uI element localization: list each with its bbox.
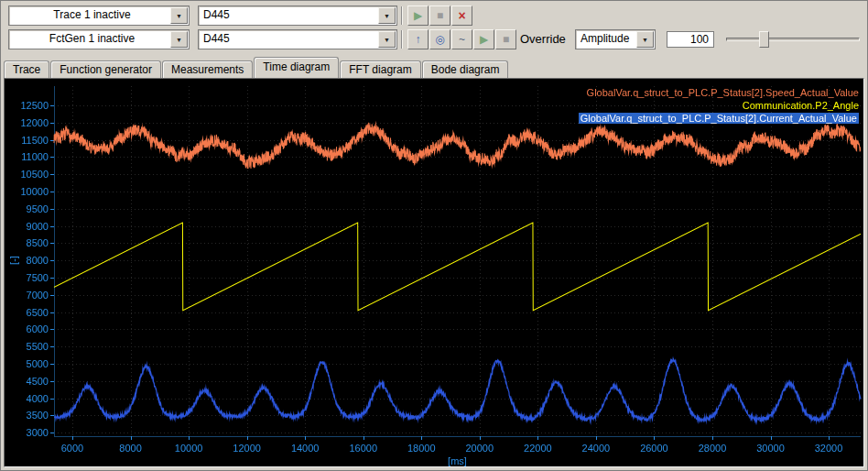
x-axis-unit: [ms] <box>435 455 481 466</box>
app-window: Trace 1 inactive ▼ D445 ▼ FctGen 1 inact… <box>0 0 868 471</box>
trace-device-combo[interactable]: D445 ▼ <box>198 5 397 26</box>
override-slider-track[interactable] <box>726 38 860 41</box>
tab-function-generator[interactable]: Function generator <box>50 60 161 78</box>
legend: GlobalVar.q_struct_to_PLC.P_Status[2].Sp… <box>579 87 859 126</box>
override-value-input[interactable] <box>667 31 714 48</box>
start-fctgen-button[interactable]: ▶ <box>473 29 494 49</box>
tab-trace[interactable]: Trace <box>4 60 49 78</box>
override-label: Override <box>520 29 566 49</box>
up-arrow-icon: ↑ <box>416 34 421 45</box>
stop-trace-button[interactable]: ■ <box>429 5 450 26</box>
signal-shape-button[interactable]: ~ <box>451 29 472 49</box>
toolbar-separator <box>401 6 403 25</box>
override-slider-thumb[interactable] <box>759 31 769 48</box>
chevron-down-icon[interactable]: ▼ <box>170 31 188 48</box>
override-parameter-value: Amplitude <box>580 30 636 49</box>
override-parameter-combo[interactable]: Amplitude ▼ <box>575 29 656 49</box>
toolbar-separator <box>401 30 403 49</box>
tab-bode-diagram[interactable]: Bode diagram <box>422 60 509 78</box>
trigger-settings-button[interactable]: ◎ <box>429 29 450 49</box>
fctgen-device-combo[interactable]: D445 ▼ <box>198 29 397 49</box>
legend-label: Communication.P2_Angle <box>743 100 859 111</box>
stop-fctgen-button[interactable]: ■ <box>495 29 516 49</box>
stop-icon: ■ <box>503 34 509 45</box>
wave-icon: ~ <box>459 34 465 45</box>
legend-label: GlobalVar.q_struct_to_PLC.P_Status[2].Sp… <box>587 87 859 98</box>
legend-item[interactable]: GlobalVar.q_struct_to_PLC.P_Status[2].Sp… <box>579 87 859 99</box>
trace-plot-canvas[interactable] <box>5 79 863 466</box>
play-icon: ▶ <box>414 10 422 21</box>
takeover-values-button[interactable]: ↑ <box>407 29 429 49</box>
chart-panel: 1250012000115001100010500100009500900085… <box>4 78 864 467</box>
red-cross-icon: × <box>458 9 465 22</box>
tab-strip: TraceFunction generatorMeasurementsTime … <box>4 57 864 78</box>
fctgen-device-value: D445 <box>203 30 378 49</box>
tab-measurements[interactable]: Measurements <box>162 60 253 78</box>
tab-time-diagram[interactable]: Time diagram <box>254 57 339 78</box>
fctgen-channel-value: FctGen 1 inactive <box>14 30 170 49</box>
trace-channel-combo[interactable]: Trace 1 inactive ▼ <box>8 5 190 26</box>
chevron-down-icon[interactable]: ▼ <box>636 31 654 48</box>
chevron-down-icon[interactable]: ▼ <box>170 7 188 24</box>
target-icon: ◎ <box>435 34 444 45</box>
stop-icon: ■ <box>437 10 443 21</box>
reset-trace-button[interactable]: × <box>451 5 472 26</box>
chevron-down-icon[interactable]: ▼ <box>378 31 396 48</box>
legend-item[interactable]: GlobalVar.q_struct_to_PLC.P_Status[2].Cu… <box>579 113 859 125</box>
start-trace-button[interactable]: ▶ <box>407 5 429 26</box>
y-axis-unit: [-] <box>8 249 19 271</box>
legend-label: GlobalVar.q_struct_to_PLC.P_Status[2].Cu… <box>579 113 859 124</box>
tab-fft-diagram[interactable]: FFT diagram <box>340 60 420 78</box>
trace-channel-value: Trace 1 inactive <box>14 6 170 25</box>
fctgen-channel-combo[interactable]: FctGen 1 inactive ▼ <box>8 29 190 49</box>
legend-item[interactable]: Communication.P2_Angle <box>579 100 859 112</box>
play-icon: ▶ <box>480 34 488 45</box>
chevron-down-icon[interactable]: ▼ <box>378 7 396 24</box>
trace-device-value: D445 <box>203 6 378 25</box>
